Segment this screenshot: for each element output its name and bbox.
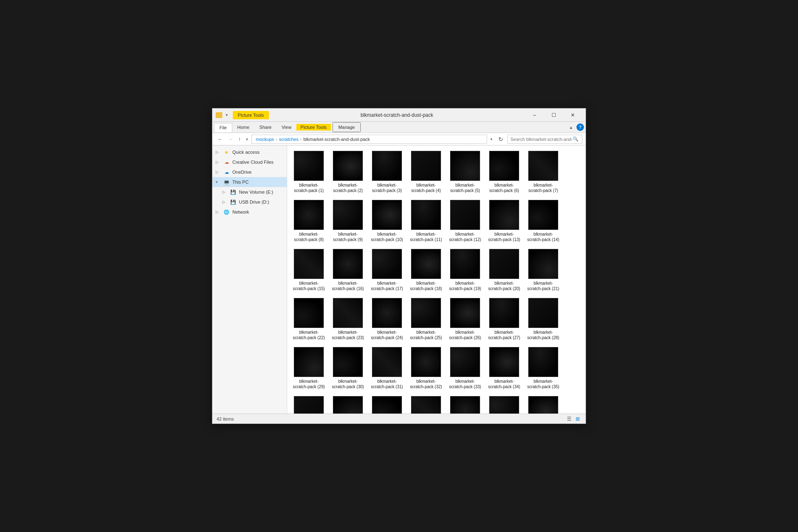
file-item[interactable]: blkmarket-scratch-pack (13) <box>486 198 522 244</box>
file-name-label: blkmarket-scratch-pack (23) <box>332 330 364 340</box>
address-bar: ← → ↑ ▾ ​ mockups › scratches › blkmarke… <box>212 133 586 145</box>
file-name-label: blkmarket-scratch-pack (31) <box>371 379 403 389</box>
file-item[interactable]: blkmarket-scratch-pack (16) <box>330 247 366 293</box>
file-item[interactable]: blkmarket-scratch-pack (37) <box>330 394 366 414</box>
file-item[interactable]: blkmarket-scratch-pack (36) <box>291 394 327 414</box>
file-item[interactable]: blkmarket-scratch-pack (19) <box>447 247 483 293</box>
sidebar-item-usb-drive[interactable]: ▷ 💾 USB Drive (D:) <box>212 197 287 207</box>
file-name-label: blkmarket-scratch-pack (16) <box>332 281 364 291</box>
file-item[interactable]: blkmarket-scratch-pack (33) <box>447 345 483 392</box>
file-item[interactable]: blkmarket-scratch-pack (27) <box>486 296 522 342</box>
file-item[interactable]: blkmarket-scratch-pack (4) <box>408 149 444 195</box>
tab-home[interactable]: Home <box>232 123 254 131</box>
address-path[interactable]: ​ mockups › scratches › blkmarket-scratc… <box>251 135 488 144</box>
file-item[interactable]: blkmarket-scratch-pack (3) <box>369 149 405 195</box>
file-item[interactable]: blkmarket-scratch-pack (7) <box>525 149 562 195</box>
search-input[interactable] <box>510 137 573 142</box>
file-item[interactable]: blkmarket-scratch-pack (12) <box>447 198 483 244</box>
path-part-scratches[interactable]: scratches <box>279 137 298 142</box>
file-name-label: blkmarket-scratch-pack (14) <box>527 232 559 242</box>
file-area: blkmarket-scratch-pack (1)blkmarket-scra… <box>287 145 586 414</box>
file-item[interactable]: blkmarket-scratch-pack (26) <box>447 296 483 342</box>
file-item[interactable]: blkmarket-scratch-pack (29) <box>291 345 327 392</box>
sidebar-item-onedrive[interactable]: ▷ ☁ OneDrive <box>212 167 287 177</box>
file-item[interactable]: blkmarket-scratch-pack (32) <box>408 345 444 392</box>
window-title: blkmarket-scratch-and-dust-pack <box>269 112 525 118</box>
sidebar-item-new-volume[interactable]: ▷ 💾 New Volume (E:) <box>212 187 287 197</box>
file-item[interactable]: blkmarket-scratch-pack (41) <box>486 394 522 414</box>
file-item[interactable]: blkmarket-scratch-pack (11) <box>408 198 444 244</box>
file-item[interactable]: blkmarket-scratch-pack (10) <box>369 198 405 244</box>
file-item[interactable]: blkmarket-scratch-pack (28) <box>525 296 562 342</box>
file-item[interactable]: blkmarket-scratch-pack (24) <box>369 296 405 342</box>
forward-button[interactable]: → <box>226 135 235 143</box>
address-dropdown-button[interactable]: ▾ <box>489 136 494 142</box>
minimize-button[interactable]: – <box>525 108 544 122</box>
file-name-label: blkmarket-scratch-pack (19) <box>449 281 481 291</box>
tab-manage[interactable]: Manage <box>332 122 361 132</box>
file-item[interactable]: blkmarket-scratch-pack (9) <box>330 198 366 244</box>
maximize-button[interactable]: ☐ <box>544 108 563 122</box>
sidebar-label-quick-access: Quick access <box>232 150 259 155</box>
file-item[interactable]: blkmarket-scratch-pack (23) <box>330 296 366 342</box>
onedrive-icon: ☁ <box>223 169 230 175</box>
file-name-label: blkmarket-scratch-pack (24) <box>371 330 403 340</box>
tab-share[interactable]: Share <box>254 123 276 131</box>
file-item[interactable]: blkmarket-scratch-pack (25) <box>408 296 444 342</box>
file-item[interactable]: blkmarket-scratch-pack (22) <box>291 296 327 342</box>
file-item[interactable]: blkmarket-scratch-pack (21) <box>525 247 562 293</box>
path-part-mockups[interactable]: mockups <box>256 137 274 142</box>
close-button[interactable]: ✕ <box>563 108 582 122</box>
grid-view-button[interactable]: ⊞ <box>574 415 581 423</box>
back-button[interactable]: ← <box>216 135 224 143</box>
ribbon-collapse-arrow[interactable]: ▲ <box>567 124 575 131</box>
file-item[interactable]: blkmarket-scratch-pack (30) <box>330 345 366 392</box>
picture-tools-tab[interactable]: Picture Tools <box>233 111 269 119</box>
file-item[interactable]: blkmarket-scratch-pack (15) <box>291 247 327 293</box>
tab-file[interactable]: File <box>214 123 232 132</box>
up-button[interactable]: ↑ <box>236 135 243 143</box>
file-item[interactable]: blkmarket-scratch-pack (6) <box>486 149 522 195</box>
usb-drive-icon: 💾 <box>230 199 236 205</box>
expand-icon-new-volume: ▷ <box>222 190 227 194</box>
file-thumbnail <box>372 347 402 377</box>
file-item[interactable]: blkmarket-scratch-pack (31) <box>369 345 405 392</box>
file-item[interactable]: blkmarket-scratch-pack (20) <box>486 247 522 293</box>
file-thumbnail <box>333 151 363 181</box>
help-button[interactable]: ? <box>576 123 584 131</box>
picture-tools-ribbon-tab[interactable]: Picture Tools <box>296 124 331 131</box>
list-view-button[interactable]: ☰ <box>565 415 573 423</box>
quick-access-label: ▾ <box>226 113 228 117</box>
file-item[interactable]: blkmarket-scratch-pack (14) <box>525 198 562 244</box>
sidebar-label-network: Network <box>232 209 249 214</box>
file-name-label: blkmarket-scratch-pack (13) <box>488 232 520 242</box>
file-item[interactable]: blkmarket-scratch-pack (17) <box>369 247 405 293</box>
file-item[interactable]: blkmarket-scratch-pack (39) <box>408 394 444 414</box>
file-name-label: blkmarket-scratch-pack (3) <box>371 182 403 193</box>
file-item[interactable]: blkmarket-scratch-pack (34) <box>486 345 522 392</box>
file-item[interactable]: blkmarket-scratch-pack (8) <box>291 198 327 244</box>
file-item[interactable]: blkmarket-scratch-pack (2) <box>330 149 366 195</box>
file-thumbnail <box>450 396 480 414</box>
recent-locations-button[interactable]: ▾ <box>244 136 250 142</box>
search-icon-button[interactable]: 🔍 <box>573 136 579 142</box>
tab-view[interactable]: View <box>276 123 296 131</box>
expand-icon-usb-drive: ▷ <box>222 200 227 204</box>
file-item[interactable]: blkmarket-scratch-pack (35) <box>525 345 562 392</box>
network-icon: 🌐 <box>223 209 230 215</box>
file-name-label: blkmarket-scratch-pack (33) <box>449 379 481 389</box>
sidebar-item-quick-access[interactable]: ▷ ★ Quick access <box>212 147 287 157</box>
file-thumbnail <box>411 249 441 279</box>
file-item[interactable]: blkmarket-scratch-pack (40) <box>447 394 483 414</box>
file-item[interactable]: blkmarket-scratch-pack (1) <box>291 149 327 195</box>
sidebar-item-creative-cloud[interactable]: ▷ ☁ Creative Cloud Files <box>212 157 287 167</box>
sidebar-item-this-pc[interactable]: ▾ 💻 This PC <box>212 177 287 187</box>
sidebar-item-network[interactable]: ▷ 🌐 Network <box>212 207 287 217</box>
file-name-label: blkmarket-scratch-pack (27) <box>488 330 520 340</box>
refresh-button[interactable]: ↻ <box>496 135 506 143</box>
file-item[interactable]: blkmarket-scratch-pack (18) <box>408 247 444 293</box>
file-item[interactable]: blkmarket-scratch-pack (5) <box>447 149 483 195</box>
title-bar: ▾ Picture Tools blkmarket-scratch-and-du… <box>212 108 586 122</box>
file-item[interactable]: blkmarket-scratch-pack (38) <box>369 394 405 414</box>
file-item[interactable]: blkmarket-scratch-pack (42) <box>525 394 562 414</box>
